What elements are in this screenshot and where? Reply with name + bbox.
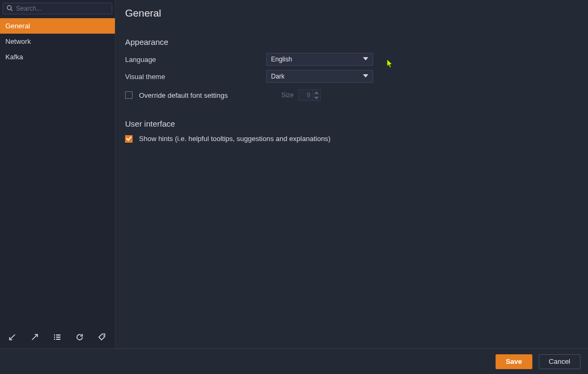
override-fonts-label: Override default font settings [139, 91, 228, 99]
refresh-icon[interactable] [75, 332, 84, 342]
cancel-button-label: Cancel [549, 357, 570, 365]
show-hints-label: Show hints (i.e. helpful tooltips, sugge… [139, 135, 330, 143]
sidebar-item-kafka[interactable]: Kafka [0, 49, 115, 65]
settings-nav: General Network Kafka [0, 17, 115, 327]
svg-line-1 [11, 9, 12, 11]
dialog-footer: Save Cancel [0, 348, 588, 374]
font-size-stepper[interactable] [298, 89, 321, 101]
language-label: Language [125, 56, 266, 64]
svg-rect-7 [56, 339, 60, 340]
search-icon [6, 5, 13, 13]
settings-sidebar: General Network Kafka [0, 0, 115, 348]
svg-point-8 [103, 336, 104, 337]
row-language: Language English [125, 53, 578, 66]
svg-point-0 [7, 5, 12, 10]
row-theme: Visual theme Dark [125, 70, 578, 83]
theme-select[interactable]: Dark [266, 70, 373, 83]
step-up-icon[interactable] [313, 90, 320, 95]
page-title: General [125, 7, 578, 19]
chevron-down-icon [363, 73, 368, 80]
collapse-in-icon[interactable] [7, 332, 17, 342]
theme-value: Dark [271, 73, 284, 80]
tag-icon[interactable] [97, 332, 107, 342]
chevron-down-icon [363, 56, 368, 63]
row-show-hints: Show hints (i.e. helpful tooltips, sugge… [125, 135, 578, 143]
search-field[interactable] [3, 3, 112, 14]
show-hints-checkbox[interactable] [125, 135, 133, 143]
svg-rect-3 [56, 334, 60, 336]
font-size-input [299, 90, 313, 100]
svg-rect-2 [54, 334, 55, 336]
save-button[interactable]: Save [496, 354, 532, 369]
sidebar-item-label: Network [5, 37, 31, 45]
font-size-label: Size [281, 91, 293, 99]
svg-rect-5 [56, 337, 60, 338]
sidebar-item-label: Kafka [5, 53, 23, 61]
step-down-icon[interactable] [313, 95, 320, 100]
list-icon[interactable] [52, 332, 62, 342]
font-size-group: Size [281, 89, 320, 101]
sidebar-item-general[interactable]: General [0, 18, 115, 34]
theme-label: Visual theme [125, 73, 266, 81]
expand-out-icon[interactable] [30, 332, 40, 342]
section-title-ui: User interface [125, 119, 578, 128]
sidebar-item-network[interactable]: Network [0, 34, 115, 49]
row-override-fonts: Override default font settings Size [125, 89, 578, 101]
save-button-label: Save [506, 357, 522, 365]
svg-rect-4 [54, 337, 55, 338]
sidebar-toolbar [0, 327, 115, 348]
section-title-appearance: Appearance [125, 37, 578, 46]
sidebar-item-label: General [5, 22, 30, 30]
svg-rect-6 [54, 339, 55, 340]
language-select[interactable]: English [266, 53, 373, 66]
language-value: English [271, 56, 292, 63]
search-input[interactable] [16, 5, 109, 12]
settings-main: General Appearance Language English Visu… [115, 0, 588, 348]
override-fonts-checkbox[interactable] [125, 91, 133, 99]
cancel-button[interactable]: Cancel [539, 354, 581, 369]
